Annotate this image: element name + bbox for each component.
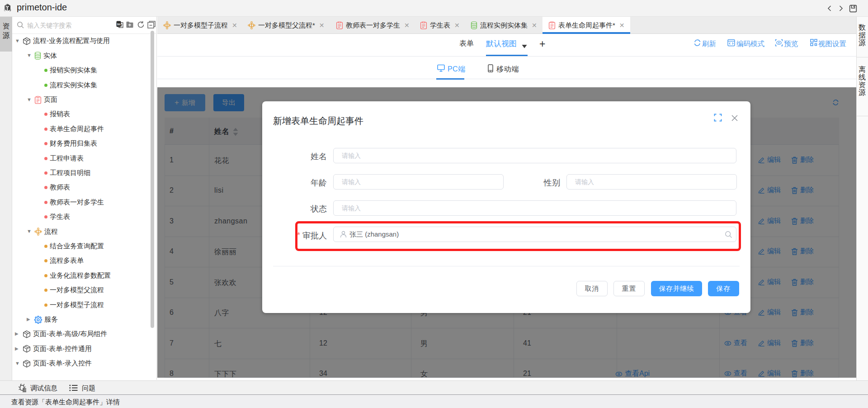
svg-text:in: in <box>117 22 120 26</box>
